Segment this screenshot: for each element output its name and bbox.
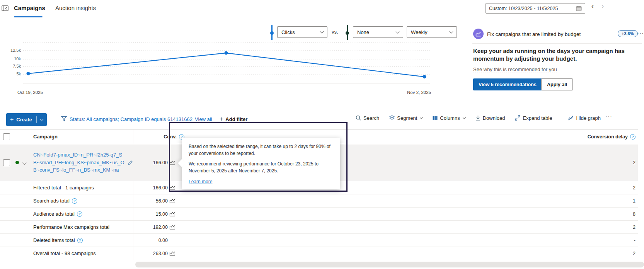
add-filter-button[interactable]: + Add filter	[220, 116, 247, 123]
chevron-down-icon	[39, 117, 43, 121]
plus-icon: +	[10, 116, 14, 123]
horizontal-scrollbar[interactable]	[135, 262, 644, 267]
table-row: Audience ads total? 15.00 8	[0, 208, 638, 221]
help-icon[interactable]: ?	[77, 211, 82, 217]
campaign-name-link[interactable]: CN~Fold7-pmax_ID~n_PR~f2h25-q7_SB~smart_…	[33, 151, 125, 174]
search-icon	[356, 115, 361, 121]
table-row: Performance Max campaigns total 192.00 2	[0, 221, 638, 234]
conversion-trend-icon[interactable]	[169, 225, 175, 230]
vs-label: vs.	[332, 29, 338, 35]
row-label: Search ads total	[33, 198, 70, 204]
conversion-trend-icon[interactable]	[169, 251, 175, 256]
column-header-conv[interactable]: Conv.?	[133, 134, 186, 140]
y-tick: 10k	[5, 56, 21, 61]
x-axis-label-end: Nov 2, 2025	[407, 90, 431, 95]
row-label: Audience ads total	[33, 211, 75, 217]
data-point	[27, 72, 30, 75]
conversion-delay-value: 2	[553, 160, 638, 165]
tooltip-line1: Based on the selected time range, it can…	[189, 143, 333, 157]
clicks-line-chart	[19, 39, 433, 87]
row-label: Deleted items total	[33, 237, 75, 243]
recommendation-more-icon[interactable]: ···	[637, 29, 644, 36]
chevron-down-icon	[320, 30, 324, 34]
create-button[interactable]: + Create	[6, 113, 47, 126]
help-icon[interactable]: ?	[77, 238, 83, 243]
chevron-down-icon	[396, 30, 400, 34]
help-icon[interactable]: ?	[630, 134, 635, 140]
calendar-icon	[576, 5, 582, 11]
search-button[interactable]: Search	[356, 115, 379, 121]
top-bar: Campaigns Auction insights Custom: 10/23…	[0, 0, 644, 19]
date-next-button[interactable]: ›	[598, 2, 607, 10]
expand-table-icon	[515, 115, 520, 121]
card-header-divider	[472, 43, 642, 44]
status-enabled-icon	[15, 161, 19, 164]
conversion-delay-value: 1	[553, 198, 638, 204]
y-tick: 12.5k	[5, 48, 21, 53]
expand-table-button[interactable]: Expand table	[515, 115, 552, 121]
tab-campaigns[interactable]: Campaigns	[14, 5, 45, 11]
segment-icon	[389, 115, 395, 121]
apply-all-button[interactable]: Apply all	[541, 78, 573, 90]
table-row: Overall total - 98 campaigns 263.00 2	[0, 247, 638, 260]
card-divider	[468, 23, 468, 97]
row-label: Performance Max campaigns total	[33, 224, 109, 230]
conversion-delay-value: -	[553, 238, 638, 243]
metric2-color-indicator	[347, 25, 348, 40]
y-tick: 7.5k	[5, 64, 21, 68]
view-all-link[interactable]: View all	[195, 116, 212, 122]
data-point	[225, 51, 228, 55]
tooltip-line2: We recommend reviewing performance for O…	[189, 160, 333, 174]
date-prev-button[interactable]: ‹	[588, 2, 597, 10]
date-range-picker[interactable]: Custom: 10/23/2025 - 11/5/2025	[486, 3, 585, 14]
hide-graph-button[interactable]: Hide graph	[568, 115, 601, 121]
conversion-trend-icon[interactable]	[169, 198, 175, 203]
conversion-delay-value: 8	[553, 211, 638, 217]
conv-value: 166.00	[153, 160, 168, 165]
row-checkbox[interactable]	[3, 159, 10, 166]
campaigns-page: Campaigns Auction insights Custom: 10/23…	[0, 0, 644, 269]
learn-more-link[interactable]: Learn more	[189, 179, 212, 184]
help-icon[interactable]: ?	[72, 198, 77, 204]
uplift-badge: +3.6%	[618, 30, 638, 37]
tab-auction-insights[interactable]: Auction insights	[55, 5, 96, 11]
columns-icon	[433, 116, 438, 121]
segment-button[interactable]: Segment	[389, 115, 423, 121]
y-tick: 5k	[5, 72, 21, 76]
granularity-select[interactable]: Weekly	[407, 26, 457, 38]
chevron-down-icon[interactable]	[22, 160, 26, 165]
columns-button[interactable]: Columns	[433, 115, 465, 121]
edit-pencil-icon[interactable]	[128, 160, 133, 165]
conversion-delay-value: 2	[553, 185, 638, 191]
conversion-trend-icon[interactable]	[169, 211, 175, 216]
toolbar-more-icon[interactable]: ···	[605, 113, 612, 119]
filter-summary-link[interactable]: Status: All campaigns; Campaign ID equal…	[70, 116, 212, 122]
metric1-color-indicator	[271, 25, 273, 40]
row-label: Overall total - 98 campaigns	[33, 250, 96, 256]
download-icon	[475, 115, 480, 121]
table-row: Deleted items total? 0.00 -	[0, 234, 638, 247]
recommendation-icon	[473, 29, 484, 39]
chevron-down-icon	[450, 30, 453, 34]
table-row: Search ads total? 56.00 1	[0, 194, 638, 208]
conversion-delay-value: 2	[553, 225, 638, 230]
column-header-conversion-delay[interactable]: Conversion delay?	[553, 134, 638, 140]
chevron-down-icon	[462, 116, 465, 119]
conversion-trend-icon[interactable]	[169, 185, 175, 190]
date-range-value: Custom: 10/23/2025 - 11/5/2025	[489, 6, 576, 11]
column-header-campaign[interactable]: Campaign	[33, 129, 133, 144]
select-all-checkbox[interactable]	[3, 133, 10, 140]
metric2-select[interactable]: None	[353, 26, 403, 38]
x-axis-label-start: Oct 19, 2025	[17, 90, 43, 95]
collapse-panel-icon[interactable]	[2, 5, 9, 11]
recommendation-why-link[interactable]: See why this is recommended for you	[473, 66, 557, 73]
chevron-down-icon	[420, 116, 423, 119]
plus-icon: +	[220, 116, 223, 123]
table-toolbar: Search Segment Columns Download Expand t…	[356, 114, 601, 121]
conversion-trend-icon[interactable]	[169, 160, 175, 165]
download-button[interactable]: Download	[475, 115, 505, 121]
metric1-select[interactable]: Clicks	[277, 26, 327, 38]
active-tab-indicator	[14, 16, 43, 17]
row-label: Filtered total - 1 campaigns	[33, 185, 94, 191]
view-recommendations-button[interactable]: View 5 recommendations	[473, 78, 542, 90]
